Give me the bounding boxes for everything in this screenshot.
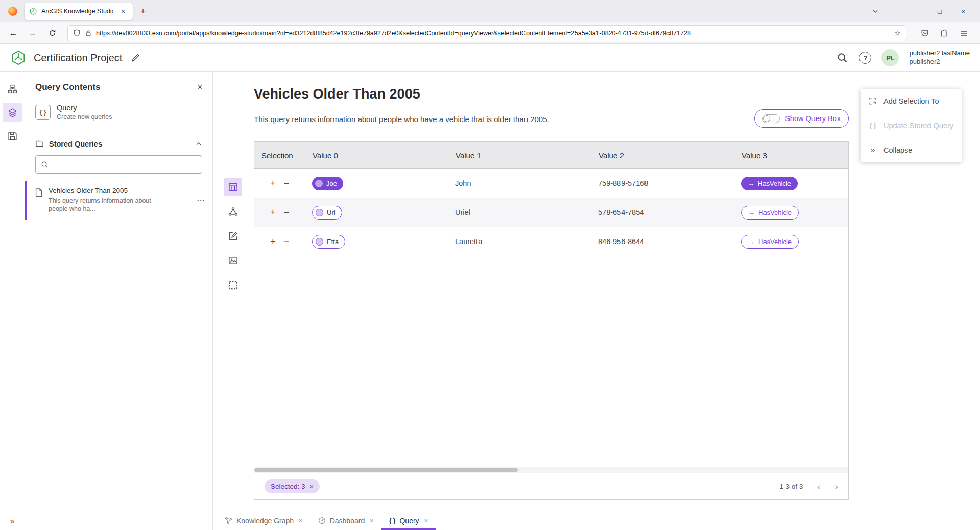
left-icon-rail: » <box>0 72 25 530</box>
entity-label: Uri <box>327 209 336 216</box>
relationship-pill[interactable]: → HasVehicle <box>741 177 798 190</box>
browser-tab[interactable]: ArcGIS Knowledge Studio × <box>25 3 133 20</box>
menu-item-collapse[interactable]: » Collapse <box>861 138 962 162</box>
entity-dot-icon <box>316 209 323 216</box>
braces-icon: { } <box>35 105 51 120</box>
expand-rail-icon[interactable]: » <box>0 517 25 526</box>
tracking-protection-shield-icon[interactable] <box>73 29 81 37</box>
minimize-button[interactable]: — <box>904 0 928 22</box>
map-view-icon[interactable] <box>224 251 242 270</box>
page-title: Vehicles Older Than 2005 <box>254 86 420 102</box>
entity-cell: Uri <box>305 198 448 227</box>
stored-queries-search[interactable] <box>35 155 202 174</box>
save-to-pocket-icon[interactable] <box>918 26 932 40</box>
close-tab-icon[interactable]: × <box>370 517 374 524</box>
url-bar[interactable]: https://dev0028833.esri.com/portal/apps/… <box>67 25 906 41</box>
entity-dot-icon <box>316 238 323 246</box>
table-footer: Selected: 3 × 1-3 of 3 ‹ › <box>254 473 848 499</box>
braces-icon: { } <box>868 122 877 129</box>
maximize-button[interactable]: □ <box>928 0 951 22</box>
add-selection-icon[interactable]: + <box>270 237 276 246</box>
chevron-up-icon[interactable] <box>195 140 202 148</box>
arrow-right-icon: → <box>748 180 754 187</box>
selection-cell: + − <box>254 198 305 227</box>
arcgis-knowledge-logo <box>10 50 27 66</box>
value-cell: Uriel <box>448 198 591 227</box>
app-header: Certification Project ? PL publisher2 la… <box>0 44 980 72</box>
bottom-tab-bar: Knowledge Graph × Dashboard × { } Query … <box>213 511 980 530</box>
value-cell: 846-956-8644 <box>591 227 734 256</box>
remove-selection-icon[interactable]: − <box>284 237 290 246</box>
navbar-right-icons <box>914 26 975 40</box>
relationship-pill[interactable]: → HasVehicle <box>741 235 799 249</box>
avatar[interactable]: PL <box>881 49 899 66</box>
view-switcher-toolbar <box>224 178 242 294</box>
page-description: This query returns information about peo… <box>254 115 549 124</box>
scrollbar-thumb[interactable] <box>254 468 518 472</box>
user-name: publisher2 lastName <box>909 49 970 58</box>
add-selection-icon[interactable]: + <box>270 208 276 217</box>
close-tab-icon[interactable]: × <box>299 517 303 524</box>
forward-button[interactable]: → <box>25 25 41 41</box>
selection-view-icon[interactable] <box>224 276 242 294</box>
panel-close-icon[interactable]: × <box>198 83 202 92</box>
kebab-menu-icon[interactable]: ⋯ <box>197 195 205 205</box>
relationship-label: HasVehicle <box>758 238 792 246</box>
remove-selection-icon[interactable]: − <box>284 208 290 217</box>
stored-queries-search-input[interactable] <box>53 161 197 168</box>
toggle-switch[interactable] <box>762 114 780 123</box>
bookmark-star-icon[interactable]: ☆ <box>894 29 901 38</box>
search-icon[interactable] <box>835 51 849 64</box>
user-menu[interactable]: publisher2 lastName publisher2 <box>909 49 970 66</box>
tab-query[interactable]: { } Query × <box>381 511 436 530</box>
table-view-icon[interactable] <box>224 178 242 196</box>
padlock-icon[interactable] <box>85 30 92 37</box>
entity-pill[interactable]: Etta <box>312 235 345 249</box>
arrow-right-icon: → <box>748 238 755 246</box>
column-header: Value 0 <box>305 142 448 168</box>
selected-count-chip[interactable]: Selected: 3 × <box>265 479 320 493</box>
tab-close-icon[interactable]: × <box>118 6 128 16</box>
add-selection-icon[interactable]: + <box>270 179 276 188</box>
entity-pill[interactable]: Uri <box>312 206 342 220</box>
table-row: + − Joe John 759-889-57168 → <box>254 169 848 198</box>
contents-layers-icon[interactable] <box>3 103 22 122</box>
close-tab-icon[interactable]: × <box>424 517 428 524</box>
tab-dashboard[interactable]: Dashboard × <box>310 511 381 530</box>
back-button[interactable]: ← <box>5 25 21 41</box>
list-all-tabs-icon[interactable] <box>867 3 884 20</box>
firefox-view-icon[interactable] <box>8 7 17 16</box>
data-model-icon[interactable] <box>3 79 22 99</box>
results-table: Selection Value 0 Value 1 Value 2 Value … <box>254 141 849 500</box>
remove-selection-icon[interactable]: − <box>284 179 290 188</box>
stored-query-item[interactable]: Vehicles Older Than 2005 This query retu… <box>25 181 212 220</box>
horizontal-scrollbar[interactable] <box>254 467 848 473</box>
next-page-icon[interactable]: › <box>835 481 838 491</box>
show-query-box-toggle[interactable]: Show Query Box <box>754 109 849 128</box>
menu-item-update-stored-query[interactable]: { } Update Stored Query <box>861 113 962 138</box>
tab-favicon <box>29 7 37 15</box>
previous-page-icon[interactable]: ‹ <box>817 481 820 491</box>
link-chart-view-icon[interactable] <box>224 202 242 221</box>
stored-queries-header[interactable]: Stored Queries <box>25 131 212 154</box>
close-window-button[interactable]: × <box>951 0 975 22</box>
new-query-item[interactable]: { } Query Create new queries <box>25 100 212 131</box>
tab-knowledge-graph[interactable]: Knowledge Graph × <box>217 511 310 530</box>
new-tab-button[interactable]: + <box>138 6 148 16</box>
relationship-label: HasVehicle <box>758 180 791 187</box>
menu-item-add-selection-to[interactable]: Add Selection To <box>861 89 962 113</box>
reload-button[interactable] <box>44 25 60 41</box>
browser-navbar: ← → https://dev0028833.esri.com/portal/a… <box>0 22 980 44</box>
search-icon <box>41 161 49 168</box>
edit-view-icon[interactable] <box>224 227 242 245</box>
extensions-puzzle-icon[interactable] <box>937 26 951 40</box>
relationship-cell: → HasVehicle <box>734 227 849 256</box>
entity-pill[interactable]: Joe <box>312 177 343 190</box>
help-icon[interactable]: ? <box>859 52 871 64</box>
clear-selection-icon[interactable]: × <box>310 483 314 490</box>
edit-title-pencil-icon[interactable] <box>131 54 140 62</box>
relationship-pill[interactable]: → HasVehicle <box>741 206 799 220</box>
save-icon[interactable] <box>3 126 22 146</box>
menu-hamburger-icon[interactable] <box>957 26 971 40</box>
menu-item-label: Update Stored Query <box>883 122 953 130</box>
